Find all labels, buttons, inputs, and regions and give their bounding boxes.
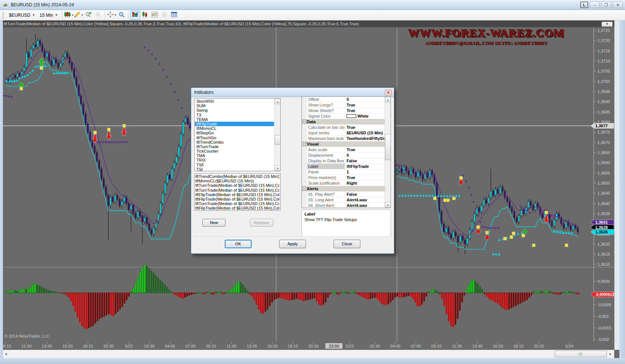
scroll-to-end-button[interactable]: ▼ <box>602 22 613 27</box>
indicator-list-item[interactable]: T3 <box>195 113 274 117</box>
minimize-button[interactable]: – <box>590 1 600 8</box>
property-row[interactable]: Panel1 <box>302 169 385 175</box>
ok-button[interactable]: OK <box>225 240 252 248</box>
scroll-up-arrow-icon[interactable]: ▲ <box>275 99 281 104</box>
indicator-list-item[interactable]: tftMomoCL <box>195 126 274 131</box>
toolbar-grip[interactable] <box>2 12 4 19</box>
instrument-select[interactable]: $EURUSD ▼ <box>7 12 37 19</box>
configured-indicator-item[interactable]: tftTurnTrade(Median of $EURUSD (15 Min),… <box>195 201 280 206</box>
property-value[interactable]: True <box>345 108 385 113</box>
property-value[interactable]: False <box>345 192 385 197</box>
property-row[interactable]: Input series$EURUSD (15 Min) <box>302 130 385 136</box>
property-value[interactable]: Right <box>345 181 385 186</box>
configured-indicator-item[interactable]: tftTurnTrade(Median of $EURUSD (15 Min),… <box>195 188 280 192</box>
scrollbar-thumb[interactable] <box>275 135 281 145</box>
property-row[interactable]: Auto scaleTrue <box>302 147 385 153</box>
indicator-list-item[interactable]: TickCounter <box>195 149 274 153</box>
property-row[interactable]: 03. Long AlertAlert4.wav <box>302 197 385 203</box>
configured-indicator-item[interactable]: tftTrendCombo(Median of $EURUSD (15 Min)… <box>195 174 280 179</box>
configured-indicator-item[interactable]: tftFlipTrade(Median of $EURUSD (15 Min),… <box>195 192 280 197</box>
property-row[interactable]: LabeltftFlipTrade <box>302 164 385 169</box>
property-row[interactable]: Offset0 <box>302 97 385 102</box>
dialog-close-button[interactable]: ✕ <box>385 90 392 95</box>
link-button[interactable]: L <box>580 1 588 8</box>
indicator-list-item[interactable]: StochRSI <box>195 99 274 103</box>
property-row[interactable]: Display in Data BoxFalse <box>302 158 385 164</box>
property-value[interactable]: TwoHundredFiftySix <box>345 136 385 141</box>
new-button[interactable]: New <box>202 219 225 227</box>
apply-button[interactable]: Apply <box>279 240 306 248</box>
property-category-row[interactable]: −Alerts <box>302 186 385 192</box>
collapse-icon[interactable]: − <box>303 142 306 146</box>
properties-grid[interactable]: Offset0Show Longs?TrueShow Shorts?TrueSi… <box>302 96 391 208</box>
property-row[interactable]: Calculate on bar closeTrue <box>302 125 385 130</box>
configured-indicator-item[interactable]: tftFlipTrade(Median of $EURUSD (15 Min),… <box>195 197 280 201</box>
indicator-list-item[interactable]: SUM <box>195 103 274 108</box>
close-button[interactable]: ✕ <box>613 1 623 8</box>
horizontal-scrollbar[interactable]: ◄ III ► <box>3 350 614 358</box>
collapse-icon[interactable]: − <box>303 187 306 190</box>
scroll-down-arrow-icon[interactable]: ▼ <box>275 165 281 171</box>
configured-indicator-item[interactable]: tftFlipTrade(Median of $EURUSD (15 Min),… <box>195 206 280 210</box>
account-button[interactable]: $ <box>160 11 169 20</box>
scroll-down-arrow-icon[interactable]: ▼ <box>385 202 391 208</box>
indicator-list-item[interactable]: Swing <box>195 108 274 112</box>
list-scrollbar[interactable]: ▲ ▼ <box>274 99 280 171</box>
close-button[interactable]: Close <box>334 240 360 248</box>
property-value[interactable]: Alert4.wav <box>345 203 385 208</box>
scrollbar-thumb[interactable]: III <box>555 351 607 357</box>
draw-tools-button[interactable]: ▼ <box>74 11 83 20</box>
indicator-list-item[interactable]: TSF <box>195 163 274 167</box>
property-row[interactable]: Show Shorts?True <box>302 108 385 114</box>
property-category-row[interactable]: −Visual <box>302 141 385 147</box>
property-value[interactable]: tftFlipTrade <box>345 164 385 169</box>
mini-chart-button[interactable] <box>150 11 160 20</box>
chart-style-button[interactable]: ▼ <box>64 11 74 20</box>
configured-indicator-item[interactable]: tftTurnTrade(Median of $EURUSD (15 Min),… <box>195 183 280 188</box>
indicator-list-item[interactable]: TSI <box>195 167 274 171</box>
property-value[interactable]: Alert4.wav <box>345 197 385 202</box>
data-box-button[interactable] <box>117 11 126 20</box>
scrollbar-thumb[interactable] <box>385 134 391 160</box>
property-row[interactable]: Signal ColorWhite <box>302 114 385 119</box>
indicator-list-item[interactable]: tftTouchGo <box>195 135 274 140</box>
zoom-out-button[interactable] <box>93 11 103 20</box>
property-row[interactable]: 01. Play Alert?False <box>302 192 385 197</box>
indicator-list-item[interactable]: TMA <box>195 153 274 158</box>
property-row[interactable]: 04. Short AlertAlert4.wav <box>302 203 385 208</box>
collapse-icon[interactable]: − <box>303 120 306 123</box>
indicator-list-item[interactable]: tftStopGo <box>195 131 274 135</box>
available-indicators-list[interactable]: StochRSISUMSwingT3TEMAtftFlipTradetftMom… <box>194 98 281 171</box>
property-value[interactable]: True <box>345 147 385 152</box>
scroll-left-arrow-icon[interactable]: ◄ <box>3 350 9 358</box>
zoom-in-button[interactable] <box>83 11 93 20</box>
interval-select[interactable]: 15 Min ▼ <box>37 12 60 19</box>
crosshair-button[interactable]: ▼ <box>107 11 117 20</box>
indicator-list-item[interactable]: tftTurnTrade <box>195 144 274 149</box>
property-value[interactable]: True <box>345 175 385 180</box>
indicator-list-item[interactable]: tftFlipTrade <box>195 122 274 126</box>
property-row[interactable]: Maximum bars look backTwoHundredFiftySix <box>302 136 385 141</box>
scroll-right-arrow-icon[interactable]: ► <box>607 350 613 358</box>
property-value[interactable]: $EURUSD (15 Min) <box>345 130 385 135</box>
property-category-row[interactable]: −Data <box>302 119 385 125</box>
property-value[interactable]: True <box>345 102 385 108</box>
configured-indicator-item[interactable]: tftMomoCL($EURUSD (15 Min)) <box>195 179 280 183</box>
property-row[interactable]: Price marker(s)True <box>302 175 385 181</box>
remove-button[interactable]: Remove <box>250 219 273 227</box>
property-row[interactable]: Scale justificationRight <box>302 181 385 186</box>
chart-trader-button[interactable] <box>140 11 150 20</box>
property-value[interactable]: 1 <box>345 169 385 175</box>
property-value[interactable]: White <box>345 114 385 119</box>
indicator-list-item[interactable]: TRIX <box>195 158 274 162</box>
scroll-up-arrow-icon[interactable]: ▲ <box>385 97 391 102</box>
indicator-list-item[interactable]: TEMA <box>195 117 274 122</box>
property-row[interactable]: Show Longs?True <box>302 102 385 108</box>
property-row[interactable]: Displacement0 <box>302 153 385 158</box>
property-value[interactable]: True <box>345 125 385 130</box>
property-value[interactable]: False <box>345 158 385 163</box>
property-value[interactable]: 0 <box>345 153 385 158</box>
configured-indicators-list[interactable]: tftTrendCombo(Median of $EURUSD (15 Min)… <box>194 173 281 211</box>
property-value[interactable]: 0 <box>345 97 385 102</box>
indicator-list-item[interactable]: tftTrendCombo <box>195 140 274 144</box>
